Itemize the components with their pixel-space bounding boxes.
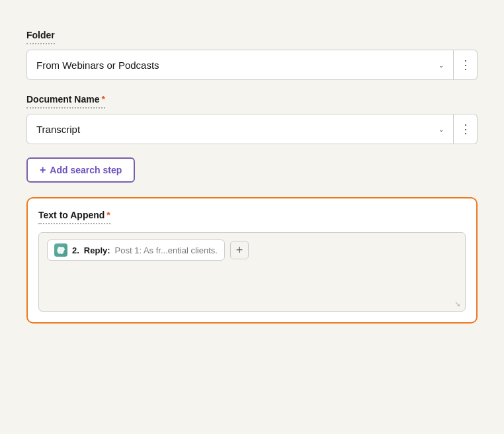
document-name-section: Document Name* Transcript ⌄ ⋮ xyxy=(26,93,478,144)
folder-row: From Webinars or Podcasts ⌄ ⋮ xyxy=(26,50,478,80)
text-to-append-field[interactable]: 2. Reply: Post 1: As fr...ential clients… xyxy=(38,232,466,312)
document-name-options-button[interactable]: ⋮ xyxy=(454,114,478,144)
text-to-append-required-star: * xyxy=(106,210,110,220)
document-name-select[interactable]: Transcript ⌄ xyxy=(26,114,454,144)
token-value: Post 1: As fr...ential clients. xyxy=(115,245,218,255)
add-search-step-label: Add search step xyxy=(50,165,122,175)
reply-token-chip: 2. Reply: Post 1: As fr...ential clients… xyxy=(47,239,225,261)
folder-options-button[interactable]: ⋮ xyxy=(454,50,478,80)
document-name-required-star: * xyxy=(101,94,105,105)
document-name-value: Transcript xyxy=(36,124,80,135)
token-add-button[interactable]: + xyxy=(230,241,249,259)
text-to-append-label: Text to Append* xyxy=(38,210,110,224)
token-action: Reply: xyxy=(84,245,110,255)
plus-icon: + xyxy=(40,164,46,176)
token-step: 2. xyxy=(72,245,79,255)
document-name-label: Document Name* xyxy=(26,94,105,108)
text-to-append-section: Text to Append* 2. Reply: Post 1: As fr.… xyxy=(26,197,478,324)
folder-label: Folder xyxy=(26,30,55,44)
folder-select[interactable]: From Webinars or Podcasts ⌄ xyxy=(26,50,454,80)
main-container: Folder From Webinars or Podcasts ⌄ ⋮ Doc… xyxy=(13,13,491,339)
document-name-row: Transcript ⌄ ⋮ xyxy=(26,114,478,144)
chatgpt-icon xyxy=(54,243,67,257)
add-search-step-button[interactable]: + Add search step xyxy=(26,157,135,183)
document-name-chevron-icon: ⌄ xyxy=(439,126,444,133)
folder-chevron-icon: ⌄ xyxy=(439,62,444,69)
folder-value: From Webinars or Podcasts xyxy=(36,60,159,71)
folder-section: Folder From Webinars or Podcasts ⌄ ⋮ xyxy=(26,29,478,80)
resize-handle-icon[interactable]: ↘ xyxy=(454,300,462,308)
